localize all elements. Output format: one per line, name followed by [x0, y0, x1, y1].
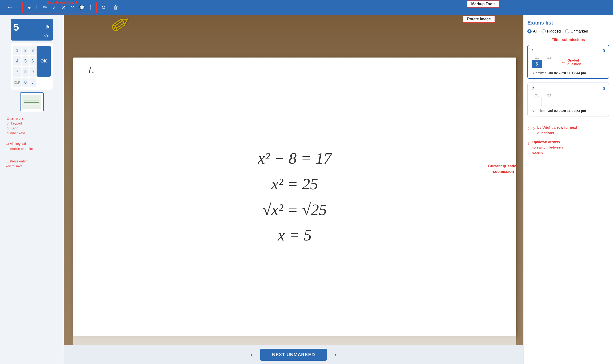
- pencil-decoration: ✏: [105, 15, 137, 41]
- sub-1-q1-label: Q1: [535, 56, 539, 59]
- back-button[interactable]: ←: [4, 3, 16, 12]
- toolbar-divider: [19, 3, 19, 12]
- key-6[interactable]: 6: [29, 56, 36, 66]
- key-7[interactable]: 7: [13, 67, 21, 77]
- key-0[interactable]: 0: [22, 78, 28, 87]
- leftright-arrow-icon: ⟺: [527, 125, 535, 131]
- filter-flagged[interactable]: Flagged: [542, 29, 561, 33]
- main-layout: 5 ⚑ 5/10 1 2 3 OK 4 5 6 7 8 9 CLR 0 .: [0, 15, 613, 364]
- sub-1-questions: Q1 5 Q2 ← Gradedquestion: [531, 56, 605, 68]
- circle-tool-button[interactable]: ●: [26, 3, 33, 12]
- sub-1-q2-score[interactable]: [544, 60, 554, 68]
- key-8[interactable]: 8: [22, 67, 28, 77]
- annotations-container: ↑ Enter scoreon keypador usingnumber key…: [3, 116, 61, 169]
- exam-thumbnail[interactable]: [20, 92, 44, 111]
- bottom-nav: ‹ NEXT UNMARKED ›: [64, 345, 523, 364]
- sub-2-q1: Q1: [531, 94, 542, 106]
- center-area: ✏ 1. x² − 8 = 17 x² = 25 √x² = √25 x = 5…: [64, 15, 523, 364]
- hints-section: ⟺ Left/right arrow for nextquestions ↕ U…: [527, 125, 609, 159]
- sub-2-q2-score[interactable]: [544, 98, 554, 106]
- exam-image-container: ✏ 1. x² − 8 = 17 x² = 25 √x² = √25 x = 5…: [64, 15, 523, 345]
- submission-2[interactable]: 2 0 Q1 Q2 Submitted: Jul 02 2020 11:09:5…: [527, 82, 609, 117]
- paper-sheet: 1. x² − 8 = 17 x² = 25 √x² = √25 x = 5: [73, 58, 516, 336]
- sub-1-score: 0: [603, 49, 605, 53]
- prev-button[interactable]: ‹: [248, 350, 256, 360]
- sub-1-q2-label: Q2: [547, 56, 551, 59]
- filter-row: All Flagged Unmarked: [527, 29, 609, 36]
- press-enter-annotation: … Press enterkey to save: [3, 159, 27, 169]
- sub-1-q1-score[interactable]: 5: [531, 60, 542, 68]
- hint-leftright: ⟺ Left/right arrow for nextquestions: [527, 125, 609, 136]
- submission-1[interactable]: 1 0 Q1 5 Q2 ← Gradedquestion Sub: [527, 45, 609, 79]
- filter-submissions-label: Filter submissions: [527, 38, 609, 42]
- filter-flagged-label: Flagged: [547, 29, 561, 33]
- sub-2-q1-label: Q1: [535, 94, 539, 97]
- sub-1-timestamp: Submitted: Jul 02 2020 11:12:44 pm: [531, 71, 605, 75]
- key-5[interactable]: 5: [22, 56, 28, 66]
- flag-icon[interactable]: ⚑: [45, 24, 50, 30]
- ok-button[interactable]: OK: [37, 46, 51, 77]
- question-number: 1.: [87, 65, 94, 76]
- radio-flagged[interactable]: [542, 29, 546, 33]
- hint-updown-text: Up/down arrowsto switch betweenexams: [532, 139, 563, 155]
- sub-2-timestamp: Submitted: Jul 02 2020 11:09:54 pm: [531, 109, 605, 113]
- radio-unmarked[interactable]: [565, 29, 569, 33]
- enter-score-annotation: Enter scoreon keypador usingnumber keys: [7, 116, 26, 136]
- curve-tool-button[interactable]: ꟾ: [34, 4, 40, 11]
- left-panel: 5 ⚑ 5/10 1 2 3 OK 4 5 6 7 8 9 CLR 0 .: [0, 15, 64, 364]
- score-fraction: 5/10: [14, 34, 50, 38]
- toolbar: ← ● ꟾ ✏ ✓ ✕ ? 💬 ∫ ↺ 🗑: [0, 0, 613, 15]
- key-1[interactable]: 1: [13, 46, 21, 55]
- hint-leftright-text: Left/right arrow for nextquestions: [537, 125, 577, 136]
- sub-2-number: 2: [531, 86, 534, 91]
- math-content: x² − 8 = 17 x² = 25 √x² = √25 x = 5: [258, 145, 331, 248]
- exams-list-title: Exams list: [527, 20, 609, 26]
- current-submission-arrow-line: [469, 167, 483, 167]
- sub-2-q1-score[interactable]: [531, 98, 542, 106]
- paper-bottom: [73, 326, 516, 345]
- score-box: 5 ⚑ 5/10: [11, 19, 53, 40]
- filter-unmarked-label: Unmarked: [571, 29, 588, 33]
- handwriting-background: ✏ 1. x² − 8 = 17 x² = 25 √x² = √25 x = 5…: [64, 15, 523, 345]
- hint-updown: ↕ Up/down arrowsto switch betweenexams: [527, 139, 609, 155]
- sub-2-q2: Q2: [544, 94, 554, 106]
- sub-2-q2-label: Q2: [547, 94, 551, 97]
- next-button[interactable]: ›: [331, 350, 339, 360]
- keypad-annotation: Or via keypadon mobile or tablet: [3, 142, 33, 151]
- key-4[interactable]: 4: [13, 56, 21, 66]
- sub-1-q1: Q1 5: [531, 56, 542, 68]
- key-dot[interactable]: .: [29, 78, 36, 87]
- key-9[interactable]: 9: [29, 67, 36, 77]
- question-tool-button[interactable]: ?: [69, 3, 76, 12]
- sub-2-questions: Q1 Q2: [531, 94, 605, 106]
- key-2[interactable]: 2: [22, 46, 28, 55]
- sub-1-number: 1: [531, 49, 534, 53]
- integral-tool-button[interactable]: ∫: [88, 3, 93, 12]
- sub-2-score: 0: [603, 86, 605, 91]
- filter-all-label: All: [533, 29, 537, 33]
- current-submission-annotation: Current questionsubmission: [488, 164, 519, 174]
- next-unmarked-button[interactable]: NEXT UNMARKED: [260, 349, 327, 361]
- filter-all[interactable]: All: [527, 29, 537, 33]
- sub-1-q2: Q2: [544, 56, 554, 68]
- key-3[interactable]: 3: [29, 46, 36, 55]
- sub-1-header: 1 0: [531, 49, 605, 53]
- sub-2-header: 2 0: [531, 86, 605, 91]
- right-panel: Exams list All Flagged Unmarked Filter s…: [523, 15, 613, 364]
- keypad: 1 2 3 OK 4 5 6 7 8 9 CLR 0 .: [11, 43, 53, 90]
- svg-rect-1: [22, 95, 41, 109]
- markup-tools-group: ● ꟾ ✏ ✓ ✕ ? 💬 ∫: [22, 2, 97, 13]
- trash-button[interactable]: 🗑: [110, 3, 121, 12]
- check-tool-button[interactable]: ✓: [50, 3, 58, 12]
- rotate-button[interactable]: ↺: [99, 3, 109, 12]
- graded-label: Gradedquestion: [568, 58, 581, 66]
- x-tool-button[interactable]: ✕: [60, 3, 68, 12]
- key-clr[interactable]: CLR: [13, 78, 21, 87]
- pencil-tool-button[interactable]: ✏: [41, 3, 49, 12]
- radio-all[interactable]: [527, 29, 531, 33]
- graded-annotation: ← Gradedquestion: [561, 56, 581, 68]
- updown-arrow-icon: ↕: [527, 140, 530, 146]
- comment-tool-button[interactable]: 💬: [77, 4, 86, 11]
- score-value: 5: [14, 22, 19, 33]
- filter-unmarked[interactable]: Unmarked: [565, 29, 588, 33]
